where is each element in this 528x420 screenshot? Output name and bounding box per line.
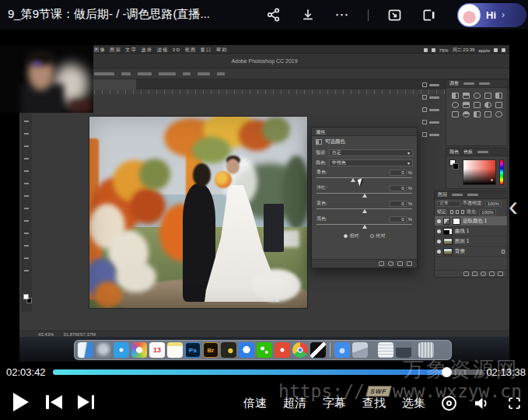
slider-value: 0 bbox=[390, 201, 407, 207]
slider-unit: % bbox=[408, 186, 412, 191]
screen-glint bbox=[32, 61, 42, 65]
color-panel: 颜色 色板 bbox=[446, 148, 508, 189]
eye-icon bbox=[437, 219, 441, 223]
video-title: 9_第9节课：做后期- / -调色思路(直播... bbox=[8, 7, 210, 22]
preset-value: 自定 bbox=[332, 149, 341, 156]
next-button[interactable] bbox=[78, 395, 94, 409]
video-player-app: 9_第9节课：做后期- / -调色思路(直播... ⋯ bbox=[0, 0, 528, 420]
slider-thumb bbox=[362, 209, 367, 213]
eye-icon bbox=[437, 250, 441, 254]
new-layer-icon bbox=[489, 271, 495, 276]
dock-icon-wechat bbox=[257, 342, 272, 358]
colors-dropdown: 中性色 ▾ bbox=[329, 159, 413, 166]
slider-cyan: 青色: 0% bbox=[312, 168, 417, 184]
color-field bbox=[463, 159, 496, 185]
panel-label-smudge bbox=[429, 84, 439, 86]
new-adjustment-icon bbox=[481, 271, 486, 276]
caret-down-icon: ▾ bbox=[407, 160, 410, 166]
color-panel-body bbox=[446, 156, 507, 185]
more-menu-button[interactable]: ⋯ bbox=[334, 6, 351, 23]
mac-dock: 13 Ps Br bbox=[74, 340, 452, 360]
pip-button[interactable] bbox=[386, 6, 403, 23]
dock-icon-photos bbox=[131, 342, 147, 358]
options-smudge bbox=[159, 72, 176, 75]
hue-strip bbox=[499, 159, 504, 185]
tab-smudge bbox=[467, 194, 478, 196]
adjustment-icon bbox=[452, 102, 459, 108]
properties-panel-footer bbox=[312, 259, 417, 268]
slider-label: 黑色: bbox=[316, 215, 327, 222]
collapsed-panel-item bbox=[422, 95, 444, 100]
dock-icon-calendar: 13 bbox=[149, 342, 165, 358]
delete-icon bbox=[407, 261, 412, 266]
dock-icon-chrome bbox=[292, 342, 308, 358]
layer-thumb bbox=[443, 248, 453, 255]
account-name: apple bbox=[478, 48, 490, 53]
current-time: 02:03:42 bbox=[6, 366, 46, 378]
radio-relative-icon bbox=[344, 234, 348, 238]
dock-icon-photo-editor bbox=[221, 342, 236, 358]
share-button[interactable] bbox=[265, 6, 282, 23]
slider-label: 青色: bbox=[316, 169, 327, 176]
slider-value: 0 bbox=[390, 185, 407, 191]
tab-smudge bbox=[477, 151, 488, 153]
collapsed-panel-item bbox=[422, 82, 444, 87]
adjustment-icon bbox=[474, 111, 481, 117]
slider-label: 黄色: bbox=[316, 200, 327, 207]
panel-label-smudge bbox=[429, 96, 439, 99]
slider-value: 0 bbox=[390, 216, 407, 222]
download-button[interactable] bbox=[299, 6, 316, 23]
layer-name: 曲线 1 bbox=[455, 228, 469, 235]
adjustment-icon bbox=[495, 93, 502, 99]
eye-icon bbox=[437, 240, 441, 243]
speed-button[interactable]: 倍速 bbox=[243, 396, 267, 411]
adjustment-icon bbox=[474, 102, 481, 108]
layers-panel: 图层 正常 不透明度: 100% 锁定: 填充: 100% bbox=[434, 191, 508, 278]
menu-bar-clock: 周二 23:39 bbox=[453, 47, 475, 54]
slider-unit: % bbox=[408, 217, 412, 222]
fill-value: 100% bbox=[479, 209, 495, 215]
color-panel-tabs: 颜色 色板 bbox=[446, 149, 507, 156]
blend-mode-row: 正常 不透明度: 100% bbox=[435, 199, 507, 208]
adjustment-icon bbox=[484, 102, 491, 108]
layers-panel-footer bbox=[435, 270, 507, 277]
relative-label: 相对 bbox=[350, 233, 359, 240]
panel-icon bbox=[422, 132, 427, 137]
adjustment-icon bbox=[452, 93, 459, 99]
slider-value: 0 bbox=[390, 170, 407, 176]
theater-mode-button[interactable] bbox=[420, 6, 437, 23]
colors-row: 颜色: 中性色 ▾ bbox=[312, 158, 417, 168]
tab-adjustments: 调整 bbox=[449, 80, 459, 87]
dock-icon-launchpad bbox=[96, 342, 111, 358]
lock-label: 锁定: bbox=[437, 208, 448, 215]
adjustment-icon bbox=[463, 111, 470, 117]
progress-fill bbox=[53, 369, 447, 375]
color-picker-dot bbox=[491, 179, 493, 181]
slider-unit: % bbox=[408, 170, 412, 175]
hi-label: Hi bbox=[486, 9, 496, 21]
slider-unit: % bbox=[408, 201, 412, 206]
options-smudge bbox=[138, 72, 152, 75]
watermark-badge: SWF bbox=[365, 386, 391, 397]
play-button[interactable] bbox=[13, 393, 29, 411]
document-size: 31.87M/57.37M bbox=[63, 332, 96, 337]
dock-icon-safari bbox=[114, 342, 129, 358]
panel-label-smudge bbox=[429, 109, 439, 111]
options-smudge bbox=[121, 72, 131, 75]
photo-vignette bbox=[89, 117, 307, 308]
adjustment-icon bbox=[484, 93, 491, 99]
panel-icon bbox=[422, 95, 427, 100]
layer-thumb bbox=[443, 238, 453, 245]
background-lock-icon bbox=[502, 250, 505, 254]
watermark-url: https:// SWF www.wxzyw.cn bbox=[278, 381, 522, 401]
previous-button[interactable] bbox=[46, 395, 62, 409]
dock-icon-downloads bbox=[378, 342, 393, 358]
blend-mode-select: 正常 bbox=[437, 201, 460, 207]
spotlight-icon bbox=[494, 48, 498, 52]
tab-color: 颜色 bbox=[449, 149, 459, 156]
account-button[interactable]: Hi › bbox=[457, 3, 526, 27]
slider-thumb bbox=[362, 225, 367, 229]
webcam-overlay bbox=[0, 45, 93, 113]
playlist-toggle[interactable]: ‹ bbox=[509, 191, 518, 222]
dock-icon-capcut bbox=[310, 342, 326, 358]
